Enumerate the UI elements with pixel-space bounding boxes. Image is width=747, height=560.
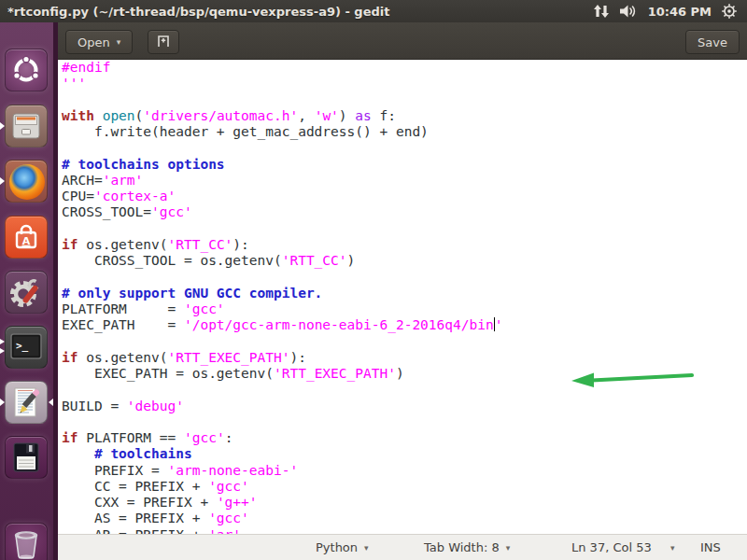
gedit-pencil-icon (5, 381, 48, 424)
code-token: 'drivers/automac.h' (143, 108, 298, 123)
code-token: EXEC_PATH = os.getenv( (62, 366, 274, 381)
code-line: PLATFORM = 'gcc' (62, 301, 502, 317)
launcher-item-floppy[interactable] (0, 436, 53, 481)
code-token: 'cortex-a' (94, 189, 176, 203)
code-token: with (62, 108, 94, 123)
tab-width-label: Tab Width: 8 (424, 540, 500, 554)
chevron-down-icon: ▾ (364, 543, 369, 553)
clock[interactable]: 10:46 PM (648, 5, 712, 19)
software-bag-icon: A (5, 216, 48, 259)
code-token: CXX = PREFIX + (62, 495, 217, 510)
code-line: CXX = PREFIX + 'g++' (62, 495, 502, 511)
code-token: 'gcc' (184, 430, 225, 445)
svg-text:>_: >_ (16, 340, 29, 352)
trash-can-icon (5, 523, 48, 560)
code-token: 'RTT_EXEC_PATH' (168, 350, 290, 365)
code-line: with open('drivers/automac.h', 'w') as f… (62, 108, 502, 124)
code-token: 'RTT_CC' (282, 253, 347, 268)
firefox-icon (5, 160, 48, 203)
code-token: 'arm' (103, 173, 144, 188)
code-token: ) (396, 366, 404, 381)
language-selector[interactable]: Python ▾ (316, 535, 369, 560)
code-token: 'RTT_EXEC_PATH' (274, 366, 396, 381)
code-line: if PLATFORM == 'gcc': (62, 430, 502, 446)
code-token: PREFIX = (62, 463, 168, 478)
launcher-item-trash[interactable] (0, 523, 53, 560)
file-cabinet-icon (5, 105, 48, 147)
launcher-item-terminal[interactable]: >_ (0, 326, 53, 371)
code-line: CROSS_TOOL = os.getenv('RTT_CC') (62, 253, 502, 269)
code-line: EXEC_PATH = os.getenv('RTT_EXEC_PATH') (62, 366, 502, 382)
cursor-position: Ln 37, Col 53 (571, 535, 652, 560)
cursor-position-label: Ln 37, Col 53 (571, 540, 652, 554)
code-token: 'RTT_CC' (168, 237, 233, 252)
code-token: # toolchains options (62, 157, 225, 172)
code-line: ARCH='arm' (62, 173, 502, 189)
session-gear-icon[interactable] (721, 3, 738, 20)
code-line: PREFIX = 'arm-none-eabi-' (62, 463, 502, 479)
chevron-down-icon: ▾ (506, 543, 511, 553)
launcher-item-files[interactable] (0, 105, 53, 149)
code-line (62, 269, 502, 285)
code-token: 'ar' (208, 527, 241, 534)
code-line (62, 221, 502, 237)
launcher-item-firefox[interactable] (0, 160, 53, 204)
gedit-toolbar: Open ▾ Save (58, 22, 747, 60)
insert-mode-label: INS (700, 540, 721, 554)
code-token: AR = PREFIX + (62, 527, 208, 534)
code-line: EXEC_PATH = '/opt/gcc-arm-none-eabi-6_2-… (62, 317, 502, 333)
code-token: ' (495, 317, 503, 332)
code-token: ''' (62, 76, 86, 91)
code-token: # only support GNU GCC compiler. (62, 286, 322, 301)
unity-launcher: A >_ (0, 22, 58, 560)
code-token: CC = PREFIX + (62, 479, 208, 494)
code-token: if (62, 350, 78, 365)
code-token: os.getenv( (78, 237, 167, 252)
code-token: f.write(header + get_mac_address() + end… (62, 124, 429, 139)
code-token: 'gcc' (208, 511, 249, 525)
launcher-item-settings[interactable] (0, 271, 53, 315)
code-line: f.write(header + get_mac_address() + end… (62, 124, 502, 140)
code-token: EXEC_PATH = (62, 317, 184, 332)
goto-line-dropdown[interactable]: ▾ (670, 535, 675, 560)
open-button[interactable]: Open ▾ (65, 30, 133, 54)
volume-icon[interactable] (619, 4, 639, 19)
code-token: 'gcc' (151, 204, 192, 219)
code-line: # toolchains (62, 446, 502, 462)
floppy-disk-icon (5, 436, 48, 479)
editor-text-area[interactable]: #endif''' with open('drivers/automac.h',… (58, 60, 747, 534)
save-button[interactable]: Save (685, 30, 740, 54)
launcher-item-dash[interactable] (0, 49, 53, 93)
annotation-green-arrow (568, 369, 697, 395)
code-token: open (103, 108, 135, 123)
tab-width-selector[interactable]: Tab Width: 8 ▾ (424, 535, 510, 560)
code-token: # toolchains (94, 446, 192, 461)
code-token: if (62, 237, 78, 252)
code-token: , (298, 108, 314, 123)
launcher-item-software[interactable]: A (0, 216, 53, 260)
code-line: ''' (62, 76, 502, 91)
code-token: 'arm-none-eabi-' (168, 463, 299, 478)
code-token: PLATFORM = (62, 301, 184, 316)
network-arrows-icon[interactable] (593, 4, 610, 19)
code-token: ): (289, 350, 305, 365)
code-token: if (62, 430, 78, 445)
code-token (94, 108, 103, 123)
code-line: # only support GNU GCC compiler. (62, 286, 502, 301)
code-token: ( (135, 108, 144, 123)
code-line (62, 334, 502, 350)
code-token: ) (347, 253, 356, 268)
window-title: *rtconfig.py (~/rt-thread/bsp/qemu-vexpr… (0, 5, 389, 19)
launcher-item-text-editor[interactable] (0, 381, 53, 426)
code-token: BUILD = (62, 399, 127, 413)
new-document-button[interactable] (148, 30, 179, 54)
system-tray: 10:46 PM (593, 3, 747, 20)
code-token: PLATFORM == (78, 430, 184, 445)
code-line: AS = PREFIX + 'gcc' (62, 511, 502, 526)
code-token: 'w' (315, 108, 339, 123)
code-token: AS = PREFIX + (62, 511, 208, 525)
code-token: ): (233, 237, 248, 252)
code-token: : (225, 430, 233, 445)
language-label: Python (316, 540, 358, 554)
code-token: 'gcc' (208, 479, 249, 494)
